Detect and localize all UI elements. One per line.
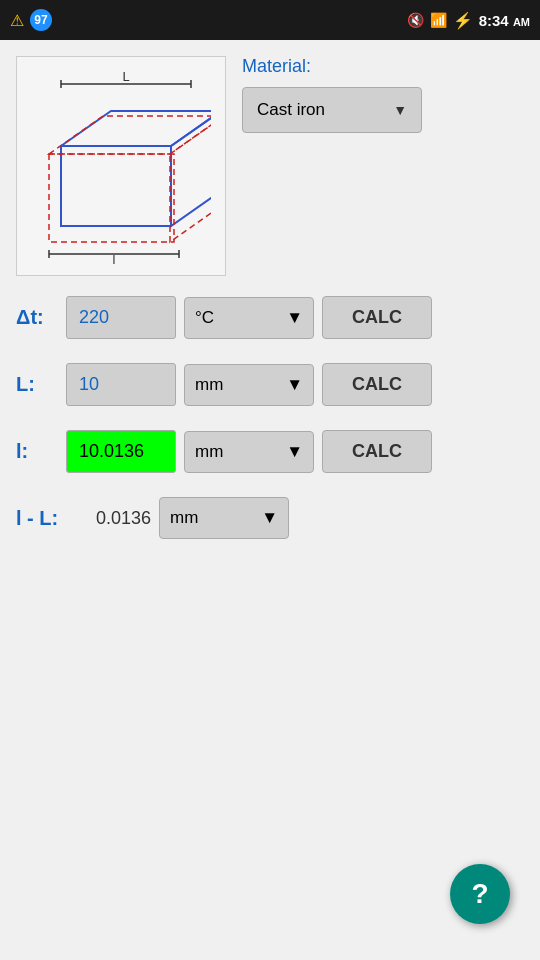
notification-badge: 97: [30, 9, 52, 31]
help-fab[interactable]: ?: [450, 864, 510, 924]
diagram-container: L l: [16, 56, 226, 276]
l-input[interactable]: 10.0136: [66, 430, 176, 473]
thermal-expansion-diagram: L l: [31, 66, 211, 266]
L-label: L:: [16, 373, 66, 396]
L-unit-label: mm: [195, 375, 223, 395]
material-selected: Cast iron: [257, 100, 325, 120]
l-unit-arrow: ▼: [286, 442, 303, 462]
l-row: l: 10.0136 mm ▼ CALC: [16, 430, 524, 473]
result-row: l - L: 0.0136 mm ▼: [16, 497, 524, 539]
delta-t-label: Δt:: [16, 306, 66, 329]
status-time: 8:34 AM: [479, 12, 530, 29]
delta-t-unit-dropdown[interactable]: °C ▼: [184, 297, 314, 339]
battery-icon: ⚡: [453, 11, 473, 30]
delta-t-unit-label: °C: [195, 308, 214, 328]
result-label: l - L:: [16, 507, 96, 530]
delta-t-calc-button[interactable]: CALC: [322, 296, 432, 339]
delta-t-input[interactable]: 220: [66, 296, 176, 339]
svg-text:L: L: [122, 69, 129, 84]
l-calc-button[interactable]: CALC: [322, 430, 432, 473]
result-unit-label: mm: [170, 508, 198, 528]
status-right: 🔇 📶 ⚡ 8:34 AM: [407, 11, 530, 30]
l-label: l:: [16, 440, 66, 463]
sim-icon: 📶: [430, 12, 447, 28]
status-bar: ⚠ 97 🔇 📶 ⚡ 8:34 AM: [0, 0, 540, 40]
material-dropdown-arrow: ▼: [393, 102, 407, 118]
l-unit-dropdown[interactable]: mm ▼: [184, 431, 314, 473]
L-unit-arrow: ▼: [286, 375, 303, 395]
material-section: Material: Cast iron ▼: [242, 56, 524, 133]
status-left: ⚠ 97: [10, 9, 52, 31]
L-calc-button[interactable]: CALC: [322, 363, 432, 406]
result-unit-arrow: ▼: [261, 508, 278, 528]
L-row: L: 10 mm ▼ CALC: [16, 363, 524, 406]
result-value: 0.0136: [96, 508, 151, 529]
top-section: L l Material:: [16, 56, 524, 276]
material-label: Material:: [242, 56, 524, 77]
warning-icon: ⚠: [10, 11, 24, 30]
help-icon: ?: [471, 880, 488, 908]
mute-icon: 🔇: [407, 12, 424, 28]
L-input[interactable]: 10: [66, 363, 176, 406]
l-unit-label: mm: [195, 442, 223, 462]
main-content: L l Material:: [0, 40, 540, 575]
svg-marker-6: [171, 111, 211, 226]
L-unit-dropdown[interactable]: mm ▼: [184, 364, 314, 406]
delta-t-unit-arrow: ▼: [286, 308, 303, 328]
svg-rect-4: [61, 146, 171, 226]
svg-rect-7: [49, 154, 174, 242]
svg-text:l: l: [113, 252, 116, 266]
material-dropdown[interactable]: Cast iron ▼: [242, 87, 422, 133]
result-unit-dropdown[interactable]: mm ▼: [159, 497, 289, 539]
delta-t-row: Δt: 220 °C ▼ CALC: [16, 296, 524, 339]
